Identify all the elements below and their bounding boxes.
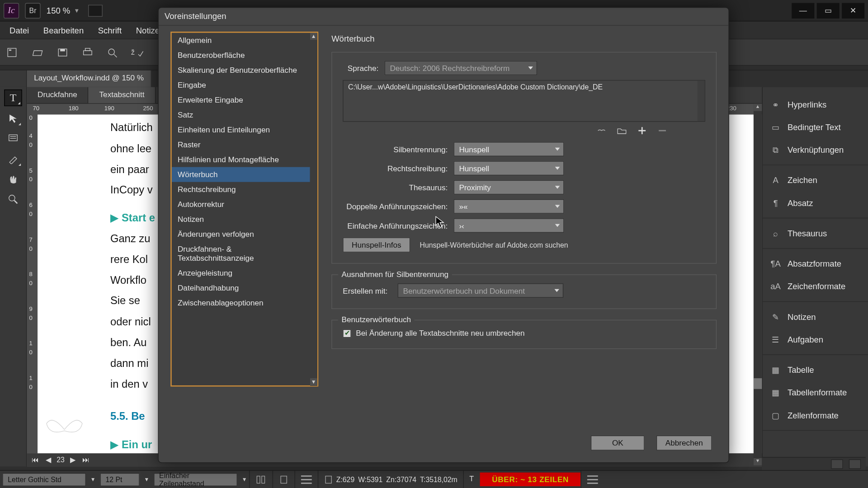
panel-notes[interactable]: ✎Notizen	[763, 305, 868, 328]
view-tab-textabschnitt[interactable]: Textabschnitt	[89, 87, 156, 103]
menu-icon[interactable]	[587, 475, 598, 483]
document-tab[interactable]: Layout_Workflow.indd @ 150 %	[27, 70, 151, 87]
zoom-tool-icon[interactable]	[4, 191, 22, 207]
font-family-select[interactable]: Letter Gothic Std	[2, 473, 86, 486]
panel-label: Aufgaben	[788, 335, 823, 344]
preferences-category-item[interactable]: Wörterbuch	[172, 167, 310, 182]
bridge-icon[interactable]: Br	[25, 3, 40, 18]
hunspell-info-button[interactable]: Hunspell-Infos	[343, 237, 410, 252]
view-mode-2-icon[interactable]	[849, 459, 861, 469]
new-icon[interactable]	[6, 46, 19, 58]
add-icon[interactable]	[636, 125, 648, 136]
preferences-category-item[interactable]: Anzeigeleistung	[172, 266, 310, 281]
thesaurus-dropdown[interactable]: Proximity	[454, 180, 564, 195]
preferences-category-item[interactable]: Rechtschreibung	[172, 182, 310, 197]
preferences-category-item[interactable]: Dateihandhabung	[172, 281, 310, 296]
preferences-category-item[interactable]: Autokorrektur	[172, 197, 310, 212]
panel-table-styles[interactable]: ▦Tabellenformate	[763, 381, 868, 404]
view-tab-druckfahne[interactable]: Druckfahne	[27, 87, 88, 103]
preferences-category-item[interactable]: Erweiterte Eingabe	[172, 93, 310, 108]
dialog-title[interactable]: Voreinstellungen	[159, 8, 729, 26]
preferences-category-item[interactable]: Eingabe	[172, 78, 310, 93]
compose-with-dropdown[interactable]: Benutzerwörterbuch und Dokument	[398, 283, 564, 298]
path-scrollbar[interactable]	[698, 80, 705, 121]
panel-character[interactable]: AZeichen	[763, 169, 868, 192]
panel-thesaurus[interactable]: ⌕Thesaurus	[763, 222, 868, 244]
dialog-footer: OK Abbrechen	[159, 436, 729, 462]
scroll-up-arrow-icon[interactable]: ▲	[754, 104, 762, 111]
panel-table[interactable]: ▦Tabelle	[763, 359, 868, 381]
open-icon[interactable]	[31, 46, 44, 58]
save-icon[interactable]	[56, 46, 69, 58]
eyedropper-tool-icon[interactable]	[4, 150, 22, 167]
page-number[interactable]: 23	[57, 456, 65, 464]
text-cursor-icon[interactable]: Ꭲ	[463, 471, 480, 488]
vertical-scrollbar[interactable]: ▲ ▼	[754, 104, 762, 465]
maximize-button[interactable]: ▭	[817, 3, 840, 18]
panel-hyperlinks[interactable]: ⚭Hyperlinks	[763, 93, 868, 116]
last-page-icon[interactable]: ⏭	[81, 456, 91, 464]
note-tool-icon[interactable]	[4, 130, 22, 147]
view-mode-1-icon[interactable]	[831, 459, 843, 469]
preferences-category-item[interactable]: Skalierung der Benutzeroberfläche	[172, 63, 310, 78]
thesaurus-icon: ⌕	[769, 228, 781, 239]
category-scrollbar[interactable]: ▲ ▼	[310, 33, 317, 385]
language-dropdown[interactable]: Deutsch: 2006 Rechtschreibreform	[385, 61, 538, 75]
first-page-icon[interactable]: ⏮	[30, 456, 40, 464]
single-quotes-dropdown[interactable]: ›‹	[454, 218, 564, 233]
preferences-category-item[interactable]: Änderungen verfolgen	[172, 227, 310, 242]
prev-page-icon[interactable]: ◀	[43, 456, 53, 464]
dictionary-path-list[interactable]: C:\User...w\Adobe\Linguistics\UserDictio…	[343, 80, 705, 122]
panel-links[interactable]: ⧉Verknüpfungen	[763, 138, 868, 161]
zoom-level[interactable]: 150 % ▼	[47, 6, 80, 15]
recompose-checkbox[interactable]: ✔ Bei Änderung alle Textabschnitte neu u…	[343, 328, 705, 338]
preferences-category-item[interactable]: Satz	[172, 108, 310, 122]
remove-icon[interactable]	[656, 125, 668, 136]
folder-icon[interactable]	[616, 125, 627, 136]
preferences-category-item[interactable]: Allgemein	[172, 33, 310, 48]
scroll-down-arrow-icon[interactable]: ▼	[310, 378, 317, 385]
preferences-category-item[interactable]: Raster	[172, 137, 310, 152]
menu-datei[interactable]: Datei	[2, 23, 36, 38]
preferences-category-item[interactable]: Druckfahnen- & Textabschnittsanzeige	[172, 242, 310, 266]
screen-mode-icon[interactable]	[88, 5, 103, 16]
menu-bearbeiten[interactable]: Bearbeiten	[36, 23, 91, 38]
scroll-down-arrow-icon[interactable]: ▼	[754, 458, 762, 465]
panel-cell-styles[interactable]: ▢Zellenformate	[763, 404, 868, 427]
position-tool-icon[interactable]	[4, 110, 22, 127]
leading-select[interactable]: Einfacher Zeilenabstand	[154, 473, 237, 486]
single-column-icon[interactable]	[273, 471, 295, 488]
preferences-category-item[interactable]: Notizen	[172, 212, 310, 227]
preferences-category-item[interactable]: Zwischenablageoptionen	[172, 296, 310, 310]
print-icon[interactable]	[81, 46, 94, 58]
close-button[interactable]: ✕	[842, 3, 864, 18]
cancel-button[interactable]: Abbrechen	[656, 436, 712, 450]
panel-paragraph-styles[interactable]: ¶AAbsatzformate	[763, 252, 868, 275]
type-tool-icon[interactable]: T	[4, 89, 22, 106]
scroll-up-arrow-icon[interactable]: ▲	[310, 33, 317, 40]
search-icon[interactable]	[106, 46, 119, 58]
preferences-category-item[interactable]: Einheiten und Einteilungen	[172, 122, 310, 137]
panel-paragraph[interactable]: ¶Absatz	[763, 192, 868, 214]
relink-icon[interactable]	[595, 125, 607, 136]
preferences-category-item[interactable]: Hilfslinien und Montagefläche	[172, 152, 310, 167]
double-quotes-dropdown[interactable]: »«	[454, 199, 564, 214]
ok-button[interactable]: OK	[591, 436, 645, 450]
panel-assignments[interactable]: ☰Aufgaben	[763, 328, 868, 351]
next-page-icon[interactable]: ▶	[68, 456, 78, 464]
preferences-category-item[interactable]: Benutzeroberfläche	[172, 48, 310, 63]
font-size-select[interactable]: 12 Pt	[100, 473, 140, 486]
dictionary-path-entry[interactable]: C:\User...w\Adobe\Linguistics\UserDictio…	[344, 80, 705, 94]
panel-character-styles[interactable]: aAZeichenformate	[763, 275, 868, 298]
hunspell-link[interactable]: Hunspell-Wörterbücher auf Adobe.com such…	[420, 241, 568, 249]
hand-tool-icon[interactable]	[4, 171, 22, 188]
justify-icon[interactable]	[301, 475, 312, 483]
spellcheck-icon[interactable]: ž	[131, 46, 144, 58]
spelling-dropdown[interactable]: Hunspell	[454, 161, 564, 175]
menu-schrift[interactable]: Schrift	[91, 23, 129, 38]
hyphenation-dropdown[interactable]: Hunspell	[454, 142, 564, 156]
scroll-thumb[interactable]	[754, 378, 762, 389]
panel-conditional-text[interactable]: ▭Bedingter Text	[763, 116, 868, 138]
column-icon[interactable]	[249, 471, 272, 488]
minimize-button[interactable]: —	[792, 3, 814, 18]
